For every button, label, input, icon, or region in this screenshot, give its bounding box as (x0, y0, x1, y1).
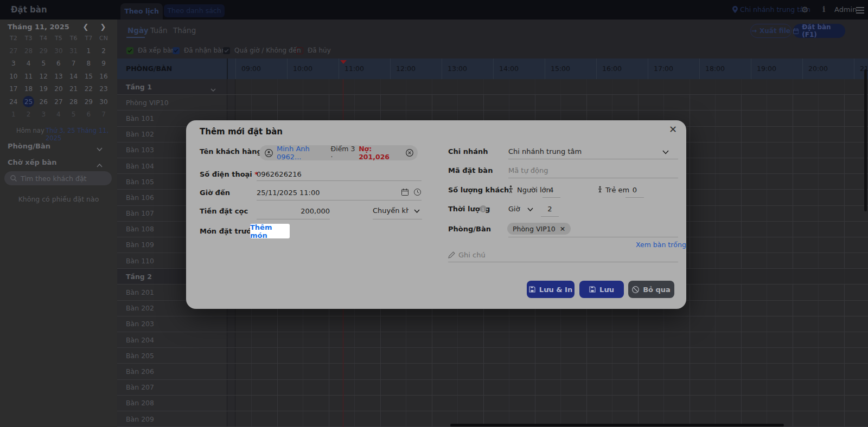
calendar-day[interactable]: 4 (21, 57, 36, 70)
chevron-down-icon[interactable] (527, 208, 533, 211)
tab-theo-lich[interactable]: Theo lịch (120, 3, 163, 20)
view-tab-tuan[interactable]: Tuần (150, 24, 168, 37)
filter-checked[interactable]: Đã nhận bàn (173, 45, 226, 56)
book-table-button[interactable]: Đặt bàn (F1) (793, 24, 845, 38)
user-menu[interactable]: Admin (834, 0, 857, 20)
deposit-input[interactable]: 200,000 (257, 207, 330, 215)
filter-checked[interactable]: Đã xếp bàn (126, 45, 175, 56)
save-button[interactable]: Lưu (579, 281, 624, 298)
calendar-day[interactable]: 5 (36, 57, 51, 70)
room-cell[interactable]: Bàn 208 (117, 396, 227, 411)
timeline-cell[interactable] (235, 79, 868, 94)
timeline-cell[interactable] (235, 380, 868, 395)
room-chip[interactable]: Phòng VIP10 ✕ (507, 223, 571, 235)
calendar-day[interactable]: 26 (36, 95, 51, 108)
calendar-day[interactable]: 5 (66, 108, 81, 121)
calendar-day[interactable]: 7 (96, 108, 111, 121)
chevron-down-icon[interactable] (662, 150, 669, 154)
save-print-button[interactable]: Lưu & In (527, 281, 575, 298)
calendar-day[interactable]: 29 (36, 44, 51, 57)
calendar-day[interactable]: 8 (81, 57, 96, 70)
room-cell[interactable]: Bàn 203 (117, 316, 227, 332)
calendar-day[interactable]: 1 (6, 108, 21, 121)
sidebar-section-waiting[interactable]: Chờ xếp bàn (8, 158, 57, 166)
horizontal-scrollbar[interactable] (450, 424, 784, 426)
floor-group-cell[interactable]: Tầng 1 (117, 79, 227, 94)
search-input[interactable]: Tìm theo khách đặt (4, 171, 112, 185)
calendar-prev-icon[interactable]: ❮ (80, 21, 91, 33)
view-empty-tables-link[interactable]: Xem bàn trống (636, 241, 686, 249)
timeline-cell[interactable] (235, 396, 868, 411)
calendar-day[interactable]: 4 (51, 108, 66, 121)
calendar-day[interactable]: 30 (51, 44, 66, 57)
calendar-day[interactable]: 27 (6, 44, 21, 57)
calendar-day[interactable]: 21 (66, 83, 81, 96)
hamburger-menu-icon[interactable] (856, 7, 864, 15)
duration-input[interactable]: 2 (541, 205, 559, 213)
room-cell[interactable]: Bàn 209 (117, 411, 227, 426)
vertical-scrollbar[interactable] (864, 69, 867, 211)
calendar-day[interactable]: 6 (51, 57, 66, 70)
calendar-day[interactable]: 23 (96, 83, 111, 96)
arrival-input[interactable]: 25/11/2025 11:00 (257, 189, 320, 197)
calendar-day[interactable]: 18 (21, 83, 36, 96)
room-cell[interactable]: Bàn 205 (117, 348, 227, 363)
note-input-placeholder[interactable]: Ghi chú (458, 251, 486, 259)
view-tab-thang[interactable]: Tháng (173, 24, 196, 37)
customer-name-link[interactable]: Minh Anh 0962... (277, 145, 330, 161)
chevron-down-icon[interactable] (210, 85, 216, 93)
view-tab-ngay[interactable]: Ngày (127, 24, 148, 37)
calendar-day[interactable]: 28 (66, 95, 81, 108)
checkbox-checked-icon[interactable] (126, 47, 133, 54)
calendar-day[interactable]: 22 (81, 83, 96, 96)
calendar-day[interactable]: 29 (81, 95, 96, 108)
room-cell[interactable]: Bàn 204 (117, 332, 227, 347)
timeline-cell[interactable] (235, 348, 868, 363)
calendar-day[interactable]: 11 (21, 70, 36, 83)
calendar-day[interactable]: 15 (81, 70, 96, 83)
clock-icon[interactable] (414, 189, 421, 196)
export-file-button[interactable]: → Xuất file (750, 24, 792, 38)
filter-unchecked[interactable]: Đã hủy (296, 45, 331, 56)
calendar-day[interactable]: 6 (81, 108, 96, 121)
calendar-day[interactable]: 14 (66, 70, 81, 83)
checkbox-unchecked-icon[interactable] (296, 47, 303, 54)
timeline-cell[interactable] (235, 364, 868, 379)
adults-input[interactable]: 4 (542, 186, 560, 194)
children-input[interactable]: 0 (626, 186, 644, 194)
calendar-day[interactable]: 3 (36, 108, 51, 121)
chevron-up-icon[interactable] (97, 159, 104, 170)
calendar-day[interactable]: 25 (21, 95, 36, 108)
calendar-day[interactable]: 17 (6, 83, 21, 96)
remove-customer-icon[interactable] (406, 149, 413, 157)
chip-remove-icon[interactable]: ✕ (560, 225, 565, 233)
tab-theo-danh-sach[interactable]: Theo danh sách (164, 4, 225, 17)
chevron-down-icon[interactable] (97, 143, 104, 153)
branch-select[interactable]: Chi nhánh trung tâm (508, 147, 582, 156)
calendar-icon[interactable] (401, 189, 409, 196)
info-circle-icon[interactable]: i (480, 205, 487, 212)
calendar-day[interactable]: 16 (96, 70, 111, 83)
branch-selector[interactable]: Chi nhánh trung tâm (740, 0, 810, 20)
calendar-day[interactable]: 2 (21, 108, 36, 121)
close-icon[interactable]: ✕ (669, 124, 677, 135)
checkbox-checked-icon[interactable] (173, 47, 180, 54)
calendar-day[interactable]: 3 (6, 57, 21, 70)
calendar-day[interactable]: 1 (81, 44, 96, 57)
room-cell[interactable]: Phòng VIP10 (117, 95, 227, 110)
customer-pill[interactable]: Minh Anh 0962... Điểm 3 · Nợ: 201,026 (259, 145, 418, 160)
payment-method-select[interactable]: Chuyển kh... (373, 206, 409, 215)
room-cell[interactable]: Bàn 207 (117, 380, 227, 395)
timeline-cell[interactable] (235, 316, 868, 332)
settings-gear-icon[interactable]: ⚙ (801, 5, 808, 15)
code-input-placeholder[interactable]: Mã tự động (508, 166, 548, 174)
filter-checked[interactable]: Quá giờ / Không đến (223, 45, 301, 56)
timeline-cell[interactable] (235, 95, 868, 110)
calendar-day[interactable]: 30 (96, 95, 111, 108)
info-icon[interactable]: i (822, 5, 825, 14)
calendar-day[interactable]: 19 (36, 83, 51, 96)
calendar-day[interactable]: 13 (51, 70, 66, 83)
sidebar-section-rooms[interactable]: Phòng/Bàn (8, 142, 50, 150)
calendar-day[interactable]: 2 (96, 44, 111, 57)
timeline-cell[interactable] (235, 332, 868, 347)
